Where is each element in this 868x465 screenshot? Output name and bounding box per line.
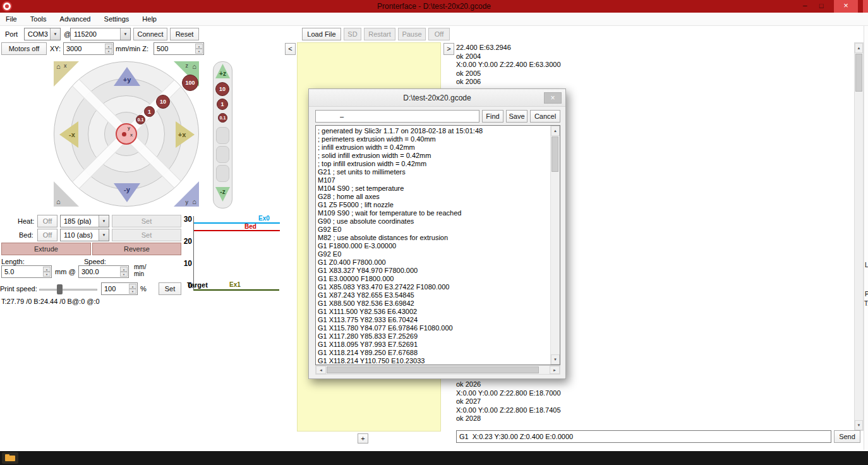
jog-increment-100[interactable]: 100 [182,75,198,91]
jog-increment-0-1[interactable]: 0.1 [136,115,145,124]
send-button[interactable]: Send [834,430,860,443]
bed-off-button[interactable]: Off [37,229,57,241]
jog-minus-y-button[interactable]: -y [114,183,140,202]
z-segment[interactable] [216,127,229,144]
close-button[interactable]: × [834,0,858,13]
xy-feed-value: 3000 [66,45,81,52]
scroll-right-icon[interactable]: ► [550,366,560,374]
z-segment[interactable] [216,146,229,163]
scroll-down-icon[interactable]: ▼ [551,354,560,365]
log-scrollbar[interactable]: ▲ ▼ [854,42,864,431]
gcode-line: ; perimeters extrusion width = 0.40mm [318,135,550,143]
port-combo[interactable]: COM3 ▼ [24,28,61,40]
baud-combo[interactable]: 115200 ▼ [70,28,131,40]
dialog-cancel-button[interactable]: Cancel [530,110,560,123]
heat-temp-combo[interactable]: 185 (pla) ▼ [60,215,109,227]
scroll-left-icon[interactable]: ◄ [316,366,326,374]
spin-up-icon[interactable]: ▲ [129,284,136,289]
scrollbar-thumb[interactable] [855,54,862,92]
z-jog-strip: +z 10 1 0.1 -z [213,61,232,208]
dialog-search-input[interactable] [315,110,479,123]
chevron-down-icon[interactable]: ▼ [99,229,109,241]
motors-off-button[interactable]: Motors off [1,42,47,55]
jog-increment-10[interactable]: 10 [156,95,170,109]
print-speed-slider[interactable] [39,284,97,295]
xy-feed-stepper[interactable]: 3000 ▲▼ [63,42,114,55]
spin-down-icon[interactable]: ▼ [195,49,203,54]
dialog-save-button[interactable]: Save [506,110,527,123]
scrollbar-thumb[interactable] [327,366,539,373]
slider-thumb[interactable] [57,284,63,294]
scroll-down-icon[interactable]: ▼ [855,420,863,430]
minimize-button[interactable]: – [797,0,812,13]
spin-down-icon[interactable]: ▼ [120,272,128,277]
temp-status-text: T:27.79 /0 B:24.44 /0 B@:0 @:0 [1,298,100,305]
dialog-close-button[interactable]: × [544,92,562,104]
spin-up-icon[interactable]: ▲ [105,44,112,49]
menu-file[interactable]: File [0,13,23,25]
scroll-up-icon[interactable]: ▲ [551,126,560,136]
scroll-up-icon[interactable]: ▲ [855,43,863,53]
editor-scrollbar-horizontal[interactable]: ◄ ► [315,365,560,375]
jog-plus-x-button[interactable]: +x [176,121,195,148]
z-minus-button[interactable]: -z [215,187,230,202]
menu-help[interactable]: Help [136,13,162,25]
menu-tools[interactable]: Tools [25,13,52,25]
spin-up-icon[interactable]: ▲ [120,267,128,272]
pane-right-arrow-button[interactable]: > [443,43,454,55]
jog-plus-y-button[interactable]: +y [114,67,140,86]
menu-settings[interactable]: Settings [99,13,135,25]
off-button[interactable]: Off [428,28,450,40]
pause-button[interactable]: Pause [398,28,426,40]
heat-off-button[interactable]: Off [37,215,57,227]
dialog-title-bar[interactable]: D:\test-20x20.gcode × [309,89,565,107]
screen-edge-panel: L P T: [864,26,868,450]
sd-button[interactable]: SD [344,28,361,40]
jog-minus-x-button[interactable]: -x [59,121,78,148]
scrollbar-thumb[interactable] [552,136,558,172]
file-explorer-icon[interactable] [2,452,18,464]
dialog-find-button[interactable]: Find [482,110,503,123]
spin-down-icon[interactable]: ▼ [43,272,51,277]
home-icon: ⌂ [56,63,61,70]
restart-button[interactable]: Restart [364,28,395,40]
gcode-line: G1 Z5 F5000 ; lift nozzle [318,201,550,209]
jog-center-origin[interactable]: y x [116,123,137,145]
pane-left-arrow-button[interactable]: < [285,43,296,55]
load-file-button[interactable]: Load File [302,28,341,40]
bed-temp-combo[interactable]: 110 (abs) ▼ [60,229,109,241]
chevron-down-icon[interactable]: ▼ [99,215,109,227]
spin-up-icon[interactable]: ▲ [195,44,203,49]
z-segment[interactable] [216,165,229,182]
z-feed-stepper[interactable]: 500 ▲▼ [154,42,204,55]
reverse-button[interactable]: Reverse [92,243,181,255]
z-increment-1[interactable]: 1 [217,99,228,110]
z-increment-0-1[interactable]: 0.1 [218,113,227,123]
command-input[interactable] [456,430,831,443]
dialog-gcode-editor[interactable]: ; generated by Slic3r 1.1.7 on 2018-02-1… [315,125,560,365]
xy-feed-label: XY: [50,45,61,52]
length-label: Length: [1,258,25,265]
print-speed-set-button[interactable]: Set [159,282,181,295]
heat-set-button[interactable]: Set [112,215,181,227]
spin-down-icon[interactable]: ▼ [105,49,112,54]
chevron-down-icon[interactable]: ▼ [120,28,130,40]
chevron-down-icon[interactable]: ▼ [50,28,60,40]
layer-plus-button[interactable]: + [358,433,368,444]
menu-advanced[interactable]: Advanced [54,13,97,25]
spin-up-icon[interactable]: ▲ [43,267,51,272]
maximize-button[interactable]: □ [814,0,829,13]
z-plus-button[interactable]: +z [215,64,230,78]
extrude-speed-stepper[interactable]: 300.0 ▲▼ [78,265,129,278]
length-stepper[interactable]: 5.0 ▲▼ [1,265,52,278]
reset-button[interactable]: Reset [170,28,199,40]
z-increment-10[interactable]: 10 [215,82,229,96]
editor-scrollbar-vertical[interactable]: ▲ ▼ [550,126,560,365]
extrude-button[interactable]: Extrude [1,243,91,255]
jog-increment-1[interactable]: 1 [144,106,155,117]
connect-button[interactable]: Connect [133,28,167,40]
spin-down-icon[interactable]: ▼ [129,289,136,294]
print-speed-stepper[interactable]: 100 ▲▼ [101,282,138,295]
window-title: Pronterface - D:\test-20x20.gcode [0,0,868,13]
bed-set-button[interactable]: Set [112,229,181,241]
